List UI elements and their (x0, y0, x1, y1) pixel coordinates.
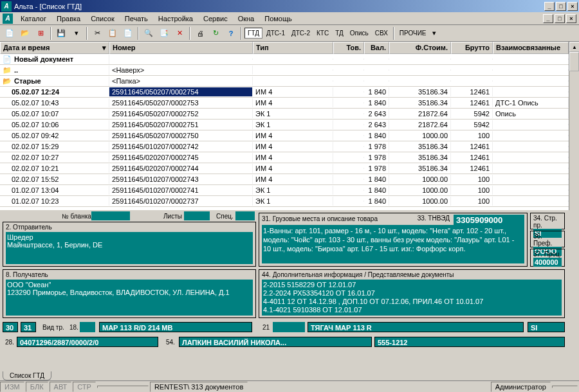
maximize-button[interactable]: □ (556, 2, 566, 11)
cell-br: 12461 (451, 142, 493, 151)
spec-field[interactable] (235, 211, 255, 220)
f31-text[interactable]: 1-Ванны: арт. 101, размер - 16 м, - 10 ш… (262, 225, 524, 263)
field-icon[interactable]: ⊞ (33, 26, 48, 40)
col-fst[interactable]: Ф.Стоим. (389, 42, 451, 54)
table-row[interactable]: 05.02.07 10:4325911645/050207/0002753ИМ … (0, 98, 569, 109)
f8-label: 8. Получатель (6, 271, 253, 278)
list-field[interactable] (184, 211, 210, 220)
tb-other[interactable]: ПРОЧИЕ (397, 28, 429, 38)
f54-phone[interactable]: 555-1212 (374, 337, 565, 347)
cell-fst: 35186.34 (389, 164, 451, 173)
col-tov[interactable]: Тов. (333, 42, 364, 54)
child-maximize-button[interactable]: □ (555, 14, 565, 23)
f54-val[interactable]: ЛАПКИН ВАСИЛИЙ НИКОЛА... (179, 337, 372, 347)
vscroll[interactable]: ▲ (569, 42, 579, 210)
child-close-button[interactable]: × (566, 14, 576, 23)
tab-list[interactable]: Список ГТД (3, 371, 51, 380)
table-row[interactable]: 📄Новый документ (0, 54, 569, 65)
save-icon[interactable]: 💾 (54, 26, 68, 40)
find-icon[interactable]: 🔍 (142, 26, 156, 40)
col-val[interactable]: Вал. (364, 42, 389, 54)
cell-num: 25911645/010207/0002743 (109, 175, 253, 184)
menu-print[interactable]: Печать (120, 13, 153, 24)
tb-td[interactable]: ТД (333, 28, 346, 38)
table-row[interactable]: 05.02.07 10:0725911645/050207/0002752ЭК … (0, 109, 569, 120)
f8-text[interactable]: ООО "Океан" 123290 Приморье, Владивосток… (6, 280, 253, 316)
tb-dts2[interactable]: ДТС-2 (289, 28, 313, 38)
menu-catalog[interactable]: Каталог (15, 13, 51, 24)
tb-opis[interactable]: Опись (347, 28, 371, 38)
col-date[interactable]: Дата и время ▾ (0, 42, 109, 54)
table-row[interactable]: 05.02.07 10:0625911645/050207/0002751ЭК … (0, 120, 569, 130)
table-row[interactable]: 02.02.07 15:5225911645/010207/0002743ИМ … (0, 174, 569, 185)
refresh-icon[interactable]: ↻ (208, 26, 223, 40)
f21-val[interactable]: ТЯГАЧ МАР 113 R (308, 322, 524, 332)
saveall-icon[interactable]: ▾ (69, 26, 84, 40)
f44-text[interactable]: 2-2015 5158229 ОТ 12.01.07 2.2-2024 РХ53… (262, 280, 562, 316)
tb-kts[interactable]: КТС (314, 28, 331, 38)
dropdown-icon[interactable]: ▾ (430, 26, 438, 40)
grid-body[interactable]: 📄Новый документ📁..<Наверх>📂Старые<Папка>… (0, 54, 569, 210)
tb-gtd[interactable]: ГТД (244, 28, 262, 39)
cell-rel (493, 91, 569, 93)
print-icon[interactable]: 🖨 (193, 26, 207, 40)
col-type[interactable]: Тип (253, 42, 333, 54)
table-row[interactable]: 01.02.07 13:0425911645/010207/0002741ЭК … (0, 185, 569, 196)
f37-val[interactable]: 400000 (533, 258, 562, 267)
help-icon[interactable]: ? (224, 26, 238, 40)
table-row[interactable]: 01.02.07 10:2325911645/010207/0002737ЭК … (0, 196, 569, 207)
sender-box: 2. Отправитель Шредер Майнштрассе, 1, Бе… (3, 222, 256, 267)
cell-br (451, 69, 493, 71)
delete-icon[interactable]: ✕ (172, 26, 187, 40)
blank-field[interactable] (91, 211, 130, 220)
minimize-button[interactable]: _ (544, 2, 555, 11)
f31n[interactable]: 31 (21, 322, 36, 332)
cut-icon[interactable]: ✂ (90, 26, 104, 40)
tb-dts1[interactable]: ДТС-1 (264, 28, 288, 38)
new-icon[interactable]: 📄 (3, 26, 17, 40)
cell-val: 1 840 (364, 186, 389, 195)
cell-rel (493, 135, 569, 136)
f30[interactable]: 30 (3, 322, 18, 332)
filter-icon[interactable]: 📑 (157, 26, 171, 40)
f44-label: 44. Дополнительная информация / Представ… (262, 271, 562, 278)
cell-rel: ДТС-1 Опись (493, 98, 569, 107)
menu-windows[interactable]: Окна (233, 13, 260, 24)
f33-label: 33. ТНВЭД (418, 215, 450, 222)
open-icon[interactable]: 📂 (18, 26, 32, 40)
table-row[interactable]: 05.02.07 09:4225911645/050207/0002750ИМ … (0, 130, 569, 141)
close-button[interactable]: × (567, 2, 578, 11)
f18-code[interactable] (80, 322, 95, 332)
menu-help[interactable]: Помощь (259, 13, 297, 24)
f21-code[interactable] (273, 322, 305, 332)
menu-service[interactable]: Сервис (198, 13, 233, 24)
menu-settings[interactable]: Настройка (153, 13, 198, 24)
col-num[interactable]: Номер (109, 42, 253, 54)
f28-val[interactable]: 04071296/2887/0000/2/0 (17, 337, 158, 347)
menu-list[interactable]: Список (86, 13, 120, 24)
copy-icon[interactable]: 📋 (106, 26, 120, 40)
cell-val (364, 69, 389, 71)
cell-br: 12461 (451, 98, 493, 107)
f33-value[interactable]: 3305909000 (454, 215, 524, 226)
col-br[interactable]: Брутто (451, 42, 493, 54)
table-row[interactable]: 📂Старые<Папка> (0, 76, 569, 87)
cell-rel (493, 58, 569, 60)
cell-date: 05.02.07 10:07 (0, 109, 109, 118)
table-row[interactable]: 02.02.07 10:2125911645/020207/0002744ИМ … (0, 163, 569, 174)
f18-val[interactable]: МАР 113 R/D 214 МВ (99, 322, 252, 332)
paste-icon[interactable]: 📄 (121, 26, 135, 40)
menu-edit[interactable]: Правка (51, 13, 86, 24)
cell-type: ИМ 4 (253, 164, 333, 173)
col-rel[interactable]: Взаимосвязанные (493, 42, 569, 54)
f-si[interactable]: SI (528, 322, 565, 332)
table-row[interactable]: 05.02.07 12:2425911645/050207/0002754ИМ … (0, 87, 569, 98)
f2-text[interactable]: Шредер Майнштрассе, 1, Берлин, DE (6, 232, 253, 264)
scroll-up-icon[interactable]: ▲ (569, 42, 579, 52)
child-minimize-button[interactable]: _ (543, 14, 553, 23)
table-row[interactable]: 02.02.07 10:2725911645/020207/0002745ИМ … (0, 152, 569, 163)
table-row[interactable]: 📁..<Наверх> (0, 65, 569, 76)
table-row[interactable]: 02.02.07 15:2925911645/010207/0002742ИМ … (0, 141, 569, 152)
tb-svh[interactable]: СВХ (372, 28, 391, 38)
cell-br: 100 (451, 131, 493, 140)
